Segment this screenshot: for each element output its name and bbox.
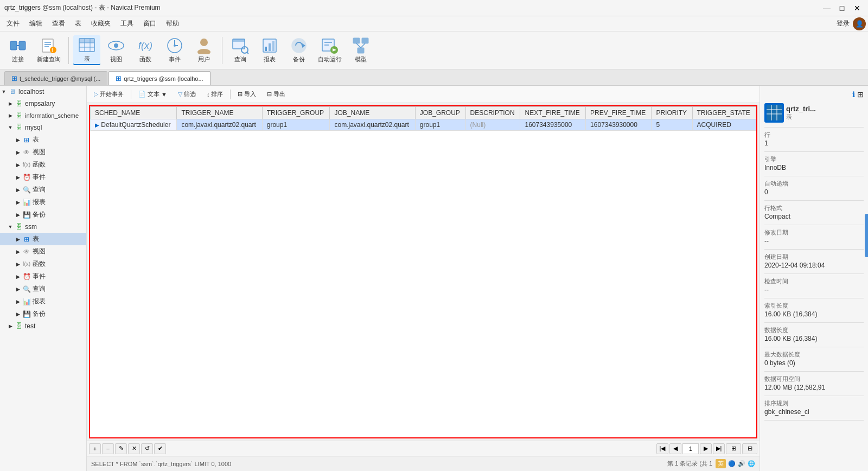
toolbar-backup[interactable]: 备份: [285, 36, 312, 65]
info-label: 数据可用空间: [764, 375, 864, 383]
cell-next-fire: 1607343935000: [520, 119, 586, 131]
login-label[interactable]: 登录: [837, 19, 850, 28]
sidebar-item-empsalary[interactable]: ▶ 🗄 empsalary: [0, 98, 86, 110]
db-icon-mysql: 🗄: [15, 123, 23, 132]
import-button[interactable]: ⊞ 导入: [233, 88, 261, 101]
tree-arrow-ssm: ▼: [8, 224, 13, 230]
form-view-button[interactable]: ⊟: [742, 443, 757, 454]
toolbar-user[interactable]: 用户: [190, 36, 218, 65]
toolbar-connect[interactable]: 连接: [4, 36, 31, 65]
delete-record-button[interactable]: −: [102, 443, 114, 454]
toolbar-new-query[interactable]: f 新建查询: [34, 36, 64, 65]
col-header-trigger-state[interactable]: TRIGGER_STATE: [692, 107, 756, 119]
sidebar-item-ssm-backup[interactable]: ▶ 💾 备份: [0, 308, 86, 320]
col-header-priority[interactable]: PRIORITY: [652, 107, 692, 119]
info-row: 行1: [764, 131, 864, 147]
menu-view[interactable]: 查看: [48, 17, 69, 30]
toolbar-function[interactable]: f(x) 函数: [132, 36, 159, 65]
toolbar-event[interactable]: 事件: [161, 36, 188, 65]
grid-toggle-icon[interactable]: ⊞: [857, 90, 864, 99]
sort-button[interactable]: ↕ 排序: [202, 88, 228, 101]
sidebar-item-mysql-backup[interactable]: ▶ 💾 备份: [0, 208, 86, 221]
last-page-button[interactable]: ▶|: [713, 443, 725, 454]
info-value: --: [764, 286, 864, 294]
next-page-button[interactable]: ▶: [700, 443, 712, 454]
discard-button[interactable]: ✕: [128, 443, 140, 454]
sidebar-label-ssm: ssm: [25, 223, 37, 231]
server-icon: 🖥: [8, 87, 17, 96]
user-avatar[interactable]: 👤: [853, 17, 866, 30]
col-header-next-fire[interactable]: NEXT_FIRE_TIME: [520, 107, 586, 119]
col-header-prev-fire[interactable]: PREV_FIRE_TIME: [586, 107, 652, 119]
col-header-trigger-name[interactable]: TRIGGER_NAME: [177, 107, 262, 119]
col-header-job-group[interactable]: JOB_GROUP: [415, 107, 465, 119]
sidebar-item-information-schema[interactable]: ▶ 🗄 information_scheme: [0, 110, 86, 122]
sidebar-item-ssm-func[interactable]: ▶ f(x) 函数: [0, 258, 86, 270]
info-row: 检查时间--: [764, 277, 864, 294]
edit-record-button[interactable]: ✎: [115, 443, 127, 454]
menu-favorites[interactable]: 收藏夹: [87, 17, 115, 30]
menu-edit[interactable]: 编辑: [25, 17, 47, 30]
sidebar-item-mysql-event[interactable]: ▶ ⏰ 事件: [0, 171, 86, 183]
maximize-button[interactable]: □: [835, 3, 848, 14]
sidebar-item-mysql-report[interactable]: ▶ 📊 报表: [0, 196, 86, 208]
begin-transaction-button[interactable]: ▷ 开始事务: [89, 88, 129, 101]
sidebar-item-localhost[interactable]: ▼ 🖥 localhost: [0, 86, 86, 98]
sidebar-item-mysql-func[interactable]: ▶ f(x) 函数: [0, 158, 86, 171]
minimize-button[interactable]: —: [820, 3, 833, 14]
table-row[interactable]: ▶ DefaultQuartzScheduler com.javaxl.quar…: [91, 119, 756, 131]
filter-icon: ▽: [178, 91, 182, 98]
toolbar-table[interactable]: 表: [73, 35, 100, 65]
sidebar-item-mysql-query[interactable]: ▶ 🔍 查询: [0, 183, 86, 196]
filter-label: 筛选: [184, 90, 196, 98]
sidebar-item-mysql[interactable]: ▼ 🗄 mysql: [0, 122, 86, 133]
toolbar-report[interactable]: 报表: [256, 36, 283, 65]
info-label: 创建日期: [764, 253, 864, 261]
sidebar-item-mysql-table[interactable]: ▶ ⊞ 表: [0, 133, 86, 146]
export-button[interactable]: ⊟ 导出: [262, 88, 290, 101]
info-sep: [764, 225, 864, 225]
status-sql: SELECT * FROM `ssm`.`qrtz_triggers` LIMI…: [91, 461, 231, 467]
prev-page-button[interactable]: ◀: [669, 443, 681, 454]
col-header-trigger-group[interactable]: TRIGGER_GROUP: [262, 107, 330, 119]
svg-rect-0: [10, 41, 17, 50]
text-button[interactable]: 📄 文本 ▼: [133, 88, 172, 101]
filter-button[interactable]: ▽ 筛选: [173, 88, 201, 101]
title-bar: qrtz_triggers @ssm (localhost) - 表 - Nav…: [0, 0, 868, 16]
add-record-button[interactable]: +: [89, 443, 101, 454]
menu-tools[interactable]: 工具: [116, 17, 138, 30]
tab-t-schedule-trigger[interactable]: ⊞ t_schedule_trigger @mysql (...: [4, 71, 107, 85]
sidebar-item-ssm-query[interactable]: ▶ 🔍 查询: [0, 283, 86, 295]
menu-window[interactable]: 窗口: [139, 17, 161, 30]
close-button[interactable]: ✕: [851, 3, 864, 14]
col-header-job-name[interactable]: JOB_NAME: [330, 107, 415, 119]
refresh-button[interactable]: ↺: [141, 443, 153, 454]
toolbar-autorun[interactable]: 自动运行: [315, 36, 345, 65]
info-label: 检查时间: [764, 277, 864, 285]
menu-file[interactable]: 文件: [2, 17, 24, 30]
title-bar-controls: — □ ✕: [820, 3, 864, 14]
status-bar-right: 第 1 条记录 (共 1 英 🔵 🔊 🌐: [667, 459, 755, 468]
sidebar-item-mysql-view[interactable]: ▶ 👁 视图: [0, 146, 86, 158]
sidebar-item-ssm-table[interactable]: ▶ ⊞ 表: [0, 233, 86, 245]
info-sep: [764, 420, 864, 421]
toolbar-model[interactable]: 模型: [347, 36, 374, 65]
tab-label-1: t_schedule_trigger @mysql (...: [20, 75, 100, 82]
info-icon[interactable]: ℹ: [852, 90, 855, 99]
sidebar-item-ssm-report[interactable]: ▶ 📊 报表: [0, 295, 86, 308]
toolbar-view[interactable]: 视图: [103, 36, 130, 65]
sidebar-item-ssm[interactable]: ▼ 🗄 ssm: [0, 221, 86, 233]
menu-help[interactable]: 帮助: [162, 17, 183, 30]
sidebar-item-test[interactable]: ▶ 🗄 test: [0, 320, 86, 332]
tab-qrtz-triggers[interactable]: ⊞ qrtz_triggers @ssm (localho...: [108, 71, 210, 85]
sidebar-item-ssm-view[interactable]: ▶ 👁 视图: [0, 245, 86, 258]
commit-button[interactable]: ✔: [154, 443, 166, 454]
col-header-description[interactable]: DESCRIPTION: [465, 107, 520, 119]
toolbar-query[interactable]: 查询: [227, 36, 254, 65]
grid-view-button[interactable]: ⊞: [726, 443, 741, 454]
page-input[interactable]: [682, 443, 699, 454]
sidebar-item-ssm-event[interactable]: ▶ ⏰ 事件: [0, 270, 86, 283]
col-header-sched-name[interactable]: SCHED_NAME: [91, 107, 177, 119]
menu-table[interactable]: 表: [71, 17, 86, 30]
first-page-button[interactable]: |◀: [656, 443, 668, 454]
